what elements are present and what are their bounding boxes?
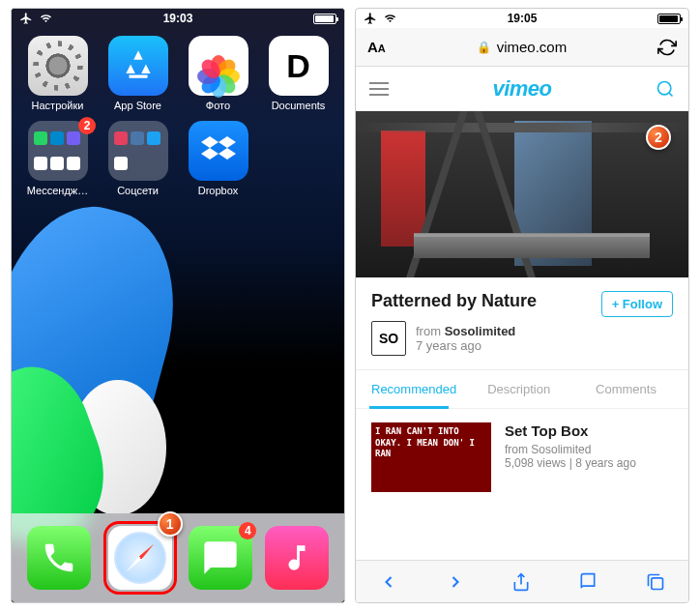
video-title: Patterned by Nature: [371, 291, 537, 311]
app-photos[interactable]: Фото: [184, 36, 252, 111]
app-settings[interactable]: Настройки: [23, 36, 92, 111]
app-label: Фото: [206, 100, 230, 111]
app-messages[interactable]: 4: [189, 526, 252, 590]
app-folder[interactable]: 2Мессендж…: [23, 121, 92, 196]
uploader-avatar[interactable]: SO: [371, 321, 406, 356]
wifi-icon: [39, 13, 53, 24]
airplane-icon: [19, 12, 33, 25]
badge: 2: [78, 117, 96, 134]
app-grid-row2: 2Мессендж…СоцсетиDropbox: [23, 121, 333, 196]
badge: 4: [239, 522, 256, 539]
vimeo-logo[interactable]: vimeo: [492, 76, 551, 102]
app-dropbox[interactable]: Dropbox: [184, 121, 252, 196]
follow-button[interactable]: + Follow: [601, 291, 673, 317]
app-label: Мессендж…: [27, 185, 88, 196]
battery-icon: [657, 14, 681, 24]
lock-icon: 🔒: [477, 41, 491, 54]
text-size-icon[interactable]: AA: [367, 39, 386, 55]
uploader-text: from Sosolimited 7 years ago: [416, 324, 515, 353]
app-grid-row1: НастройкиApp StoreФотоDDocuments: [23, 36, 333, 111]
app-music[interactable]: [265, 526, 329, 590]
airplane-icon: [364, 12, 377, 25]
address-bar[interactable]: AA 🔒 vimeo.com: [356, 28, 688, 67]
recommended-item[interactable]: I RAN CAN'T INTO OKAY. I MEAN DON' I RAN…: [356, 409, 688, 506]
rec-stats: 5,098 views | 8 years ago: [505, 456, 636, 470]
app-folder[interactable]: Соцсети: [103, 121, 172, 196]
rec-author: from Sosolimited: [505, 443, 636, 456]
reload-icon[interactable]: [657, 38, 677, 57]
back-icon[interactable]: [379, 572, 398, 592]
status-time: 19:05: [508, 12, 538, 25]
app-phone[interactable]: [27, 526, 91, 590]
vimeo-header: vimeo: [356, 67, 688, 111]
app-label: Dropbox: [198, 185, 239, 196]
tab-description[interactable]: Description: [472, 370, 580, 408]
share-icon[interactable]: [511, 571, 531, 593]
url-text: vimeo.com: [497, 39, 568, 55]
callout-1: 1: [158, 511, 183, 537]
rec-title: Set Top Box: [505, 422, 636, 439]
home-screen: 19:03 НастройкиApp StoreФотоDDocuments 2…: [11, 8, 345, 603]
svg-rect-1: [652, 577, 663, 589]
bookmarks-icon[interactable]: [577, 572, 598, 592]
status-time: 19:03: [163, 12, 193, 25]
status-bar: 19:05: [356, 9, 688, 28]
app-safari[interactable]: 1: [103, 521, 177, 595]
status-bar: 19:03: [12, 9, 344, 28]
forward-icon[interactable]: [446, 572, 465, 592]
rec-thumbnail: I RAN CAN'T INTO OKAY. I MEAN DON' I RAN: [371, 422, 491, 492]
safari-toolbar: [356, 560, 688, 602]
video-player[interactable]: 2: [356, 111, 688, 277]
app-label: Соцсети: [117, 185, 159, 196]
tab-recommended[interactable]: Recommended: [356, 370, 472, 408]
video-info: Patterned by Nature SO from Sosolimited …: [356, 277, 688, 370]
svg-point-0: [658, 81, 671, 94]
tab-comments[interactable]: Comments: [580, 370, 688, 408]
tabs-icon[interactable]: [646, 572, 665, 592]
dock: 14: [12, 513, 344, 602]
safari-vimeo: 19:05 AA 🔒 vimeo.com vimeo 2 Patterned b…: [355, 8, 689, 603]
search-icon[interactable]: [656, 79, 675, 99]
wifi-icon: [383, 13, 397, 24]
tabs: RecommendedDescriptionComments: [356, 370, 688, 409]
app-label: App Store: [114, 100, 161, 111]
app-label: Настройки: [32, 100, 84, 111]
app-label: Documents: [272, 100, 326, 111]
app-appstore[interactable]: App Store: [103, 36, 172, 111]
menu-icon[interactable]: [369, 82, 389, 96]
battery-icon: [313, 14, 336, 24]
callout-2: 2: [646, 125, 671, 150]
app-docs[interactable]: DDocuments: [264, 36, 333, 111]
